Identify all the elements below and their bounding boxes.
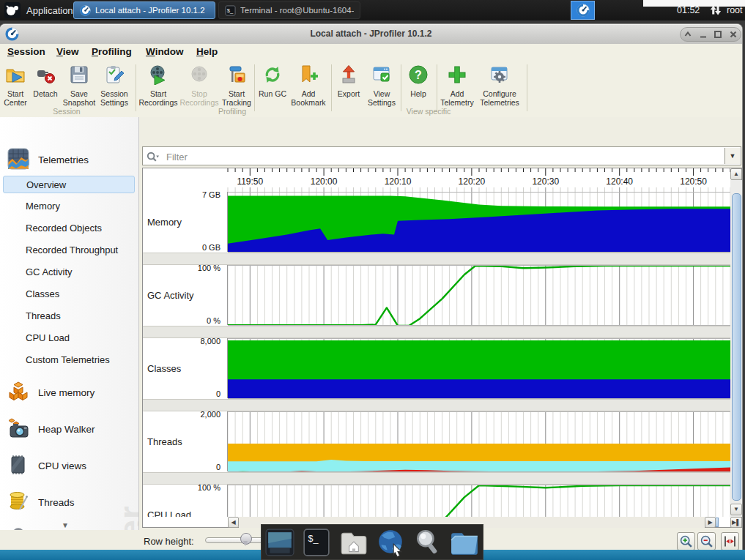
add-bookmark-icon (298, 64, 319, 86)
telemetry-row-memory[interactable]: Memory7 GB0 GB (143, 192, 730, 265)
dock-finder-icon[interactable] (412, 528, 442, 557)
minimize-icon[interactable] (698, 29, 708, 40)
svg-text:120:20: 120:20 (459, 176, 486, 187)
detach-icon (35, 64, 56, 86)
search-icon[interactable] (147, 151, 159, 163)
filter-dropdown-icon[interactable]: ▼ (724, 148, 740, 164)
sidebar-item-gc-activity[interactable]: GC Activity (3, 264, 135, 281)
tray-jprofiler-icon[interactable] (571, 1, 595, 20)
toolbar-button-label: AddTelemetry (434, 89, 481, 107)
telemetry-row-classes[interactable]: Classes8,0000 (143, 338, 730, 411)
row-ymin-label: 0 GB (202, 243, 220, 252)
sidebar-section-cpu-views[interactable]: CPU views (0, 454, 139, 480)
sidebar-scroll-indicator[interactable]: ▼ (62, 521, 69, 529)
start-tracking-icon (226, 64, 247, 86)
row-height-slider-thumb[interactable] (240, 533, 252, 545)
row-title: GC Activity (147, 290, 194, 301)
sidebar-section-telemetries[interactable]: Telemetries (0, 148, 139, 174)
maximize-icon[interactable] (713, 29, 723, 40)
menu-session[interactable]: Session (7, 46, 45, 57)
dock: $_ (261, 524, 483, 560)
row-plot[interactable] (228, 411, 730, 472)
panel-clock[interactable]: 01:52 (677, 5, 700, 15)
menu-window[interactable]: Window (146, 46, 184, 57)
add-telemetry-button[interactable]: AddTelemetry (434, 64, 481, 107)
time-axis: 119:50120:00120:10120:20120:30120:40120:… (143, 168, 730, 192)
row-plot[interactable] (228, 192, 730, 253)
toolbar-group-label: View specific (407, 107, 451, 116)
heap-walker-icon (7, 417, 29, 439)
sidebar-item-label: Recorded Throughput (26, 244, 118, 255)
row-plot[interactable] (228, 338, 730, 399)
applications-menu[interactable]: Applications (26, 5, 78, 16)
dock-browser-icon[interactable] (376, 528, 405, 557)
telemetry-row-cpu-load[interactable]: CPU Load100 %0 % (143, 485, 730, 517)
sidebar-item-custom-telemetries[interactable]: Custom Telemetries (3, 351, 135, 369)
telemetry-row-threads[interactable]: Threads2,0000 (143, 411, 730, 485)
vertical-scrollbar-thumb[interactable] (732, 193, 741, 501)
configure-telemetries-icon (489, 64, 510, 86)
sidebar-item-label: Classes (26, 288, 59, 299)
scroll-up-icon[interactable]: ▲ (730, 168, 742, 180)
jprofiler-icon (80, 5, 91, 16)
sidebar-item-cpu-load[interactable]: CPU Load (3, 329, 135, 347)
sidebar-item-threads[interactable]: Threads (3, 307, 135, 325)
task-jprofiler[interactable]: Local attach - JProfiler 10.1.2 (73, 1, 215, 19)
shade-icon[interactable] (683, 29, 693, 40)
row-ymax-label: 8,000 (200, 337, 220, 346)
session-settings-button[interactable]: SessionSettings (91, 64, 138, 107)
dock-terminal-icon[interactable]: $_ (302, 528, 331, 557)
applications-menu-icon[interactable] (4, 2, 21, 18)
scroll-corner-icon[interactable]: ▶▌ (730, 517, 742, 528)
scroll-right-icon[interactable]: ▶ (705, 517, 716, 528)
terminal-icon: $_ (225, 5, 236, 16)
add-telemetry-icon (447, 64, 467, 86)
menu-view[interactable]: View (56, 46, 79, 57)
dock-folder-icon[interactable] (450, 528, 479, 557)
zoom-in-icon[interactable] (677, 532, 695, 550)
menu-help[interactable]: Help (196, 46, 218, 57)
telemetry-rows[interactable]: Memory7 GB0 GBGC Activity100 %0 %Classes… (143, 192, 730, 517)
task-terminal[interactable]: $_Terminal - root@Ubuntu-1604-x... (218, 1, 360, 19)
filter-input[interactable] (165, 148, 710, 165)
start-recordings-button[interactable]: StartRecordings (135, 64, 182, 107)
sidebar-section-heap-walker[interactable]: Heap Walker (0, 417, 139, 444)
dock-filemanager-icon[interactable] (339, 528, 368, 557)
panel-user[interactable]: root (727, 5, 743, 15)
sidebar-section-threads[interactable]: Threads (0, 490, 139, 517)
window-title: Local attach - JProfiler 10.1.2 (0, 29, 742, 39)
configure-telemetries-button[interactable]: ConfigureTelemetries (476, 64, 523, 107)
sidebar-item-label: Memory (26, 201, 60, 212)
sidebar-item-recorded-throughput[interactable]: Recorded Throughput (3, 242, 135, 259)
row-plot[interactable] (228, 485, 730, 517)
row-ymax-label: 2,000 (200, 410, 220, 419)
dock-window-icon[interactable] (265, 528, 294, 557)
monitors-locks-icon (7, 527, 29, 530)
scroll-left-icon[interactable]: ◀ (228, 517, 239, 528)
window-titlebar[interactable]: Local attach - JProfiler 10.1.2 (0, 24, 742, 44)
sidebar-section-monitors-locks[interactable]: Monitors & locks (0, 527, 139, 530)
menu-profiling[interactable]: Profiling (92, 46, 132, 57)
svg-text:120:30: 120:30 (532, 176, 559, 187)
sidebar: JProfiler TelemetriesOverviewMemoryRecor… (0, 117, 139, 530)
svg-text:120:00: 120:00 (311, 176, 338, 187)
scroll-down-icon[interactable]: ▼ (730, 504, 742, 515)
close-icon[interactable] (728, 29, 738, 40)
sidebar-item-recorded-objects[interactable]: Recorded Objects (3, 220, 135, 237)
fit-width-icon[interactable] (721, 532, 739, 550)
row-plot[interactable] (228, 265, 730, 326)
toolbar-button-label: ConfigureTelemetries (476, 89, 523, 107)
zoom-out-icon[interactable] (697, 532, 716, 550)
toolbar-button-label: SessionSettings (91, 89, 138, 107)
row-height-label: Row height: (144, 536, 194, 547)
telemetry-chart-panel: 119:50120:00120:10120:20120:30120:40120:… (142, 168, 742, 528)
sidebar-section-live-memory[interactable]: Live memory (0, 381, 139, 407)
row-title: Classes (147, 363, 181, 374)
sidebar-item-classes[interactable]: Classes (3, 285, 135, 303)
row-separator (143, 399, 730, 411)
sidebar-item-memory[interactable]: Memory (3, 198, 135, 215)
sidebar-item-overview[interactable]: Overview (3, 176, 135, 193)
row-title: Memory (147, 217, 182, 228)
svg-text:119:50: 119:50 (237, 176, 263, 187)
telemetry-row-gc-activity[interactable]: GC Activity100 %0 % (143, 265, 730, 338)
